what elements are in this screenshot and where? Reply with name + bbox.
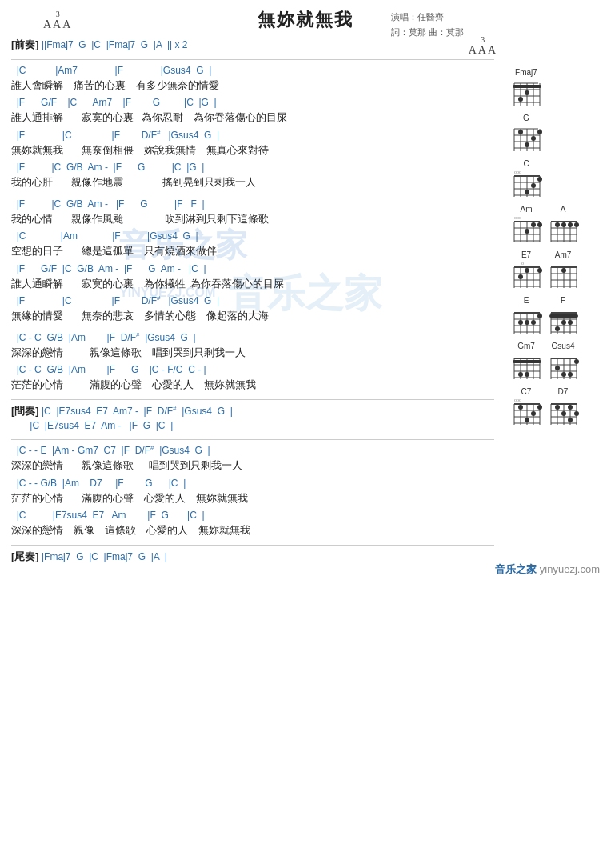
page-title: 無妳就無我 bbox=[11, 8, 600, 32]
chord-am: Am ooo bbox=[510, 205, 542, 246]
bottom-logo: 音乐之家 yinyuezj.com bbox=[495, 562, 600, 577]
svg-point-151 bbox=[518, 405, 523, 410]
v2-chord1: |F |C G/B Am - |F G |F F | bbox=[11, 197, 494, 211]
svg-text:ooo: ooo bbox=[514, 170, 521, 174]
v1-chord2: |F G/F |C Am7 |F G |C |G | bbox=[11, 95, 494, 110]
svg-point-163 bbox=[561, 411, 566, 416]
v2-chord3: |F G/F |C G/B Am - |F G Am - |C | bbox=[11, 262, 494, 276]
chord-a: A bbox=[547, 205, 579, 246]
chord-f: F bbox=[547, 296, 579, 337]
v1-lyric3: 無妳就無我 無奈倒相偎 妳說我無情 無真心來對待 bbox=[11, 142, 494, 158]
chord-row-8: C7 ooo bbox=[510, 387, 606, 428]
svg-text:o: o bbox=[521, 261, 524, 266]
v3-chord3: |C |E7sus4 E7 Am |F G |C | bbox=[11, 508, 494, 522]
v2-lyric4: 無緣的情愛 無奈的悲哀 多情的心態 像起落的大海 bbox=[11, 308, 494, 324]
svg-text:ooo: ooo bbox=[514, 398, 521, 402]
svg-point-10 bbox=[525, 90, 529, 95]
svg-point-136 bbox=[561, 372, 566, 377]
svg-text:ooo: ooo bbox=[514, 215, 521, 220]
chord-am7: Am7 bbox=[547, 250, 579, 291]
chord-gsus4: Gsus4 bbox=[547, 342, 579, 382]
svg-point-62 bbox=[561, 222, 566, 227]
svg-point-123 bbox=[518, 372, 523, 377]
svg-point-149 bbox=[531, 411, 536, 416]
v2-lyric3: 誰人通瞬解 寂寞的心裏 為你犧牲 為你吞落傷心的目屎 bbox=[11, 276, 494, 292]
chord-g: G bbox=[510, 114, 542, 154]
outro-chord1: [尾奏] |Fmaj7 G |C |Fmaj7 G |A | bbox=[11, 549, 494, 565]
svg-point-135 bbox=[555, 366, 560, 370]
svg-point-61 bbox=[568, 222, 573, 227]
int-chord2: |C |E7sus4 E7 Am - |F G |C | bbox=[11, 418, 494, 433]
v1-chord1: |C |Am7 |F |Gsus4 G | bbox=[11, 63, 494, 78]
svg-point-86 bbox=[561, 268, 566, 273]
chord-row-3: C ooo bbox=[510, 159, 606, 200]
br-lyric2: 茫茫的心情 滿腹的心聲 心愛的人 無妳就無我 bbox=[11, 377, 494, 393]
svg-point-50 bbox=[525, 229, 529, 234]
v1-chord4: |F |C G/B Am - |F G |C |G | bbox=[11, 160, 494, 174]
verse3: |C - - E |Am - Gm7 C7 |F D/F# |Gsus4 G |… bbox=[11, 443, 494, 538]
svg-point-63 bbox=[555, 222, 560, 227]
chord-c7: C7 ooo bbox=[510, 387, 542, 428]
chord-charts: Fmaj7 bbox=[510, 68, 606, 428]
svg-point-96 bbox=[537, 314, 542, 318]
svg-point-74 bbox=[537, 268, 542, 273]
interlude-section: [間奏] |C |E7sus4 E7 Am7 - |F D/F# |Gsus4 … bbox=[11, 403, 494, 434]
svg-point-48 bbox=[537, 222, 542, 227]
v1-lyric1: 誰人會瞬解 痛苦的心裏 有多少無奈的情愛 bbox=[11, 78, 494, 94]
svg-point-24 bbox=[525, 142, 529, 147]
v3-chord2: |C - - G/B |Am D7 |F G |C | bbox=[11, 476, 494, 490]
int-chord1: [間奏] |C |E7sus4 E7 Am7 - |F D/F# |Gsus4 … bbox=[11, 403, 494, 419]
svg-point-165 bbox=[568, 418, 573, 422]
svg-point-11 bbox=[518, 97, 523, 102]
br-chord2: |C - C G/B |Am |F G |C - F/C C - | bbox=[11, 362, 494, 377]
svg-point-162 bbox=[555, 405, 560, 410]
chord-row-5: E7 o bbox=[510, 250, 606, 291]
svg-point-97 bbox=[531, 320, 536, 325]
meta-info: 演唱：任醫齊 詞：莫那 曲：莫那 bbox=[391, 10, 464, 39]
svg-point-76 bbox=[518, 274, 523, 279]
chord-row-1: Fmaj7 bbox=[510, 68, 606, 109]
chord-c: C ooo bbox=[510, 159, 542, 200]
chord-e: E bbox=[510, 296, 542, 337]
v2-lyric2: 空想的日子 總是這孤單 只有燒酒來做伴 bbox=[11, 243, 494, 259]
header: 3 AAA 無妳就無我 演唱：任醫齊 詞：莫那 曲：莫那 3 AAA bbox=[11, 8, 600, 32]
svg-point-124 bbox=[525, 372, 529, 377]
chord-row-7: Gm7 bbox=[510, 342, 606, 382]
svg-point-49 bbox=[531, 222, 536, 227]
bridge: |C - C G/B |Am |F D/F# |Gsus4 G | 深深的戀情 … bbox=[11, 330, 494, 393]
aaa-top-left: 3 AAA bbox=[43, 10, 72, 31]
svg-point-21 bbox=[518, 130, 523, 134]
svg-point-137 bbox=[568, 372, 573, 377]
v1-chord3: |F |C |F D/F# |Gsus4 G | bbox=[11, 128, 494, 142]
chord-fmaj7: Fmaj7 bbox=[510, 68, 542, 109]
br-chord1: |C - C G/B |Am |F D/F# |Gsus4 G | bbox=[11, 330, 494, 345]
v3-lyric1: 深深的戀情 親像這條歌 唱到哭到只剩我一人 bbox=[11, 458, 494, 474]
svg-point-112 bbox=[555, 326, 560, 331]
svg-point-110 bbox=[568, 320, 573, 325]
svg-point-22 bbox=[537, 130, 542, 134]
svg-point-35 bbox=[537, 177, 542, 182]
chord-e7: E7 o bbox=[510, 250, 542, 291]
v3-lyric3: 深深的戀情 親像 這條歌 心愛的人 無妳就無我 bbox=[11, 522, 494, 538]
main-content: [前奏] ||Fmaj7 G |C |Fmaj7 G |A || x 2 |C … bbox=[11, 37, 494, 564]
v3-chord1: |C - - E |Am - Gm7 C7 |F D/F# |Gsus4 G | bbox=[11, 443, 494, 458]
svg-point-60 bbox=[574, 222, 579, 227]
svg-point-37 bbox=[525, 190, 529, 194]
chord-d7: D7 bbox=[547, 387, 579, 428]
svg-point-23 bbox=[531, 136, 536, 141]
verse1: |C |Am7 |F |Gsus4 G | 誰人會瞬解 痛苦的心裏 有多少無奈的… bbox=[11, 63, 494, 190]
svg-point-75 bbox=[525, 268, 529, 273]
v1-lyric4: 我的心肝 親像作地震 搖到晃到只剩我一人 bbox=[11, 174, 494, 190]
chord-row-2: G bbox=[510, 114, 606, 154]
svg-point-161 bbox=[568, 405, 573, 410]
svg-point-98 bbox=[525, 320, 529, 325]
svg-point-164 bbox=[574, 411, 579, 416]
v2-chord2: |C |Am |F |Gsus4 G | bbox=[11, 229, 494, 243]
verse2: |F |C G/B Am - |F G |F F | 我的心情 親像作風颱 吹到… bbox=[11, 197, 494, 324]
aaa-top-right: 3 AAA bbox=[469, 35, 497, 57]
page: 音乐之家 3 AAA 無妳就無我 演唱：任醫齊 詞：莫那 曲：莫那 3 AAA … bbox=[0, 0, 611, 586]
svg-point-99 bbox=[518, 320, 523, 325]
svg-point-150 bbox=[525, 418, 529, 422]
chord-row-6: E bbox=[510, 296, 606, 337]
svg-point-111 bbox=[561, 320, 566, 325]
